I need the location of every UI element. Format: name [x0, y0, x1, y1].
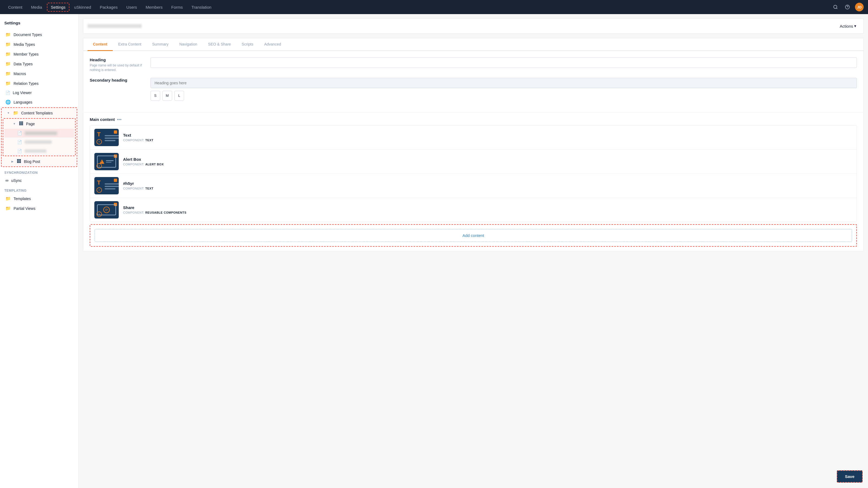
nav-settings[interactable]: Settings — [47, 3, 69, 12]
component-info-alert: Alert Box COMPONENT: ALERT BOX — [123, 157, 852, 166]
thumb-t-icon: T — [97, 131, 100, 138]
component-type-text-value: TEXT — [145, 139, 153, 142]
actions-label: Actions — [840, 24, 853, 28]
grid-icon — [19, 121, 23, 126]
sidebar-label-relation-types: Relation Types — [13, 81, 38, 86]
sidebar-item-languages[interactable]: 🌐 Languages — [1, 97, 77, 107]
component-card-alert-box: ! — [90, 150, 857, 174]
component-type-share: COMPONENT: REUSABLE COMPONENTS — [123, 211, 852, 214]
component-card-share: ⟳ + Share COMPONENT: REUSABLE COMPONENTS — [90, 198, 857, 222]
tab-bar: Content Extra Content Summary Navigation… — [83, 38, 863, 51]
nav-forms[interactable]: Forms — [167, 3, 187, 12]
thumb-corner-icon — [114, 130, 117, 134]
heading-field-row: Heading Page name will be used by defaul… — [90, 58, 857, 72]
secondary-heading-input[interactable] — [150, 78, 857, 88]
sidebar-item-templates[interactable]: 📁 Templates — [1, 194, 77, 203]
svg-point-0 — [834, 5, 837, 8]
sidebar-item-page[interactable]: ▼ Page — [4, 119, 74, 128]
component-info-share: Share COMPONENT: REUSABLE COMPONENTS — [123, 205, 852, 214]
secondary-heading-label: Secondary heading — [90, 78, 144, 83]
tab-summary[interactable]: Summary — [147, 38, 174, 51]
component-type-share-value: REUSABLE COMPONENTS — [145, 211, 186, 214]
sidebar-item-macros[interactable]: 📁 Macros — [1, 69, 77, 78]
save-button[interactable]: Save — [837, 470, 863, 483]
more-options-button[interactable]: ••• — [117, 117, 122, 122]
top-navigation: Content Media Settings uSkinned Packages… — [0, 0, 868, 14]
component-info-h5yr: #h5yr COMPONENT: TEXT — [123, 181, 852, 190]
size-btn-l[interactable]: L — [174, 91, 184, 100]
tab-scripts[interactable]: Scripts — [237, 38, 259, 51]
user-avatar[interactable]: JD — [855, 3, 864, 11]
breadcrumb — [88, 24, 142, 28]
doc-icon: 📄 — [5, 91, 10, 95]
svg-rect-6 — [22, 121, 23, 123]
sidebar-label-member-types: Member Types — [13, 52, 38, 56]
sidebar-item-blog-post[interactable]: ▶ Blog Post — [3, 157, 75, 166]
sidebar-item-document-types[interactable]: 📁 Document Types — [1, 30, 77, 39]
add-content-button[interactable]: Add content — [95, 229, 852, 242]
sidebar-label-blurred-2 — [25, 149, 46, 153]
folder-icon: 📁 — [5, 81, 11, 86]
nav-packages[interactable]: Packages — [96, 3, 121, 12]
sidebar-item-data-types[interactable]: 📁 Data Types — [1, 59, 77, 69]
search-icon — [833, 5, 838, 9]
component-type-text: COMPONENT: TEXT — [123, 139, 852, 142]
size-btn-m[interactable]: M — [162, 91, 172, 100]
thumb-bottom-circle: + — [96, 187, 102, 193]
size-btn-s[interactable]: S — [150, 91, 160, 100]
component-type-h5yr: COMPONENT: TEXT — [123, 187, 852, 190]
globe-icon: 🌐 — [5, 99, 11, 105]
sidebar-label-blurred-1 — [25, 141, 52, 144]
tab-navigation[interactable]: Navigation — [174, 38, 203, 51]
tab-advanced[interactable]: Advanced — [258, 38, 286, 51]
nav-members[interactable]: Members — [142, 3, 166, 12]
svg-rect-7 — [19, 123, 20, 124]
sidebar-item-blurred-2[interactable]: 📄 — [4, 147, 74, 155]
sidebar-item-log-viewer[interactable]: 📄 Log Viewer — [1, 88, 77, 97]
chevron-down-icon: ▾ — [854, 24, 856, 28]
heading-label-col: Heading Page name will be used by defaul… — [90, 58, 144, 72]
component-name-share: Share — [123, 205, 852, 210]
svg-rect-16 — [17, 160, 18, 161]
thumb-bottom-circle: + — [96, 211, 102, 217]
sidebar-item-media-types[interactable]: 📁 Media Types — [1, 39, 77, 49]
search-button[interactable] — [831, 3, 840, 11]
component-name-alert: Alert Box — [123, 157, 852, 161]
sidebar-label-usync: uSync — [11, 178, 22, 183]
tab-seo-share[interactable]: SEO & Share — [203, 38, 237, 51]
help-icon — [845, 5, 850, 9]
sidebar-item-content-templates[interactable]: ▼ 📁 Content Templates — [3, 108, 75, 118]
nav-users[interactable]: Users — [123, 3, 141, 12]
svg-rect-5 — [21, 121, 22, 123]
nav-translation[interactable]: Translation — [188, 3, 215, 12]
thumb-corner-icon — [114, 179, 117, 182]
sidebar-label-macros: Macros — [13, 71, 26, 76]
sidebar-label-languages: Languages — [13, 100, 32, 104]
thumb-line — [105, 135, 119, 136]
folder-icon: 📁 — [5, 42, 11, 47]
folder-icon: 📁 — [5, 71, 11, 76]
tab-extra-content[interactable]: Extra Content — [113, 38, 147, 51]
component-name-h5yr: #h5yr — [123, 181, 852, 186]
actions-button[interactable]: Actions ▾ — [837, 22, 859, 30]
sidebar-item-usync[interactable]: ∞ uSync — [1, 176, 77, 185]
sidebar-item-relation-types[interactable]: 📁 Relation Types — [1, 79, 77, 88]
component-type-h5yr-value: TEXT — [145, 187, 153, 190]
heading-input[interactable] — [150, 58, 857, 68]
help-button[interactable] — [843, 3, 852, 11]
main-content-label: Main content — [90, 117, 115, 122]
nav-content[interactable]: Content — [4, 3, 26, 12]
tab-content[interactable]: Content — [88, 38, 113, 51]
folder-icon: 📁 — [5, 196, 11, 201]
svg-rect-8 — [21, 123, 22, 124]
svg-rect-4 — [19, 121, 20, 123]
sidebar-item-member-types[interactable]: 📁 Member Types — [1, 49, 77, 59]
sidebar-item-blurred-1[interactable]: 📄 — [4, 138, 74, 146]
sidebar-label-data-types: Data Types — [13, 62, 33, 66]
sidebar-item-page-selected[interactable]: 📄 — [4, 129, 74, 138]
content-panel: Content Extra Content Summary Navigation… — [83, 38, 864, 251]
nav-media[interactable]: Media — [27, 3, 46, 12]
sidebar: Settings 📁 Document Types 📁 Media Types … — [0, 14, 79, 488]
nav-uskinned[interactable]: uSkinned — [70, 3, 95, 12]
sidebar-item-partial-views[interactable]: 📁 Partial Views — [1, 204, 77, 213]
